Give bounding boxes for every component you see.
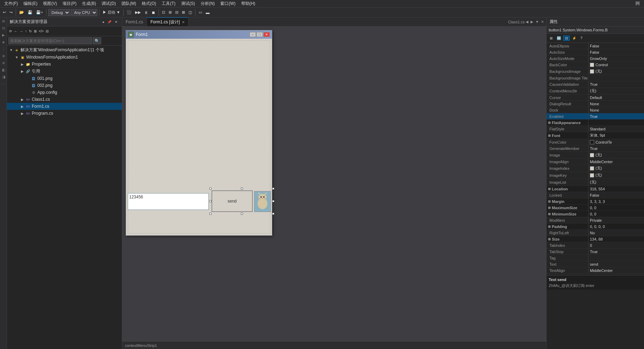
toolbar-window2[interactable]: ▬ — [204, 10, 211, 15]
prop-value-dialogresult[interactable]: None — [589, 101, 644, 107]
tree-item-properties[interactable]: ▶ 📁 Properties — [7, 61, 122, 68]
tree-item-form1[interactable]: ▶ C# Form1.cs — [7, 103, 122, 110]
handle-bm[interactable] — [241, 213, 243, 215]
handle-br[interactable] — [272, 213, 274, 215]
prop-value-margin[interactable]: 3, 3, 3, 3 — [589, 198, 644, 204]
tree-toggle-program[interactable]: ▶ — [20, 112, 25, 115]
prop-value-bgimagelayout[interactable] — [589, 75, 644, 81]
prop-value-autosize[interactable]: False — [589, 49, 644, 55]
menu-tools[interactable]: 工具(T) — [159, 0, 178, 7]
tree-item-img1[interactable]: 🖼 001.png — [7, 75, 122, 82]
prop-value-dock[interactable]: None — [589, 107, 644, 113]
explorer-tb-forward[interactable]: → — [19, 29, 24, 34]
debug-config-select[interactable]: Debug — [48, 9, 70, 16]
prop-value-righttoleft[interactable]: No — [589, 230, 644, 236]
left-edge-btn1[interactable]: ⊞ — [0, 17, 7, 24]
tab-class1[interactable]: Class1.cs — [508, 20, 525, 24]
props-tb-alphabetical[interactable]: 🔤 — [555, 36, 563, 41]
props-tb-properties[interactable]: ⊟ — [563, 36, 570, 41]
explorer-search-input[interactable] — [8, 37, 92, 44]
picturebox-control[interactable] — [254, 191, 271, 212]
left-edge-btn10[interactable]: ⋯ — [0, 80, 7, 87]
prop-value-modifiers[interactable]: Private — [589, 217, 644, 223]
tree-item-img2[interactable]: 🖼 002.png — [7, 82, 122, 89]
tree-toggle-solution[interactable]: ▼ — [8, 48, 14, 52]
maxsize-expand[interactable]: ⊞ — [548, 206, 551, 210]
prop-value-bgimage[interactable]: ⬚ (无) — [589, 68, 644, 75]
toolbar-save-btn[interactable]: 💾 — [26, 9, 34, 15]
left-edge-btn9[interactable]: ◨ — [0, 73, 7, 80]
explorer-tb-filter[interactable]: ⊞ — [33, 29, 37, 34]
prop-value-forecolor[interactable]: ControlTe — [589, 139, 644, 145]
toolbar-layout4[interactable]: ⊠ — [180, 9, 186, 15]
toolbar-extra4[interactable]: ⏹ — [150, 10, 157, 15]
handle-tl[interactable] — [209, 188, 212, 190]
toolbar-layout5[interactable]: ◫ — [187, 9, 193, 15]
tab-form1-cs[interactable]: Form1.cs — [122, 17, 147, 26]
toolbar-layout1[interactable]: ⊡ — [161, 9, 166, 15]
toolbar-extra3[interactable]: ⏸ — [143, 10, 149, 15]
prop-value-imageindex[interactable]: ⬚ (无) — [589, 165, 644, 172]
start-button[interactable]: ▶ 启动 ▼ — [101, 9, 121, 16]
left-edge-btn3[interactable]: ▶ — [0, 31, 7, 38]
menu-format[interactable]: 格式(O) — [139, 0, 159, 7]
prop-value-size[interactable]: 134, 68 — [589, 236, 644, 242]
menu-window[interactable]: 窗口(W) — [217, 0, 238, 7]
tree-item-solution[interactable]: ▼ ◈ 解决方案'WindowsFormsApplication1'(1 个项 — [7, 46, 122, 54]
tree-item-project[interactable]: ▼ ▣ WindowsFormsApplication1 — [7, 54, 122, 61]
handle-tm[interactable] — [241, 188, 243, 190]
explorer-tb-back[interactable]: ← — [13, 29, 18, 34]
toolbar-layout3[interactable]: ⊟ — [174, 9, 180, 15]
tab-close-all[interactable]: ✕ — [540, 20, 545, 24]
prop-value-imagealign[interactable]: MiddleCenter — [589, 159, 644, 165]
flatapp-expand[interactable]: ⊞ — [548, 121, 551, 124]
menu-analyze[interactable]: 分析(N) — [198, 0, 218, 7]
prop-value-imagekey[interactable]: ⬚ (无) — [589, 172, 644, 179]
prop-value-causesvalidation[interactable]: True — [589, 81, 644, 87]
tree-toggle-props[interactable]: ▶ — [20, 62, 25, 66]
handle-tr[interactable] — [272, 188, 274, 190]
prop-value-tabstop[interactable]: True — [589, 249, 644, 255]
left-edge-btn2[interactable]: ⊟ — [0, 24, 7, 31]
left-edge-btn8[interactable]: ◧ — [0, 66, 7, 73]
form-minimize-btn[interactable]: ─ — [250, 32, 256, 37]
left-edge-btn5[interactable]: ⋮ — [0, 45, 7, 52]
explorer-tb-refresh[interactable]: ↻ — [28, 29, 32, 34]
font-expand[interactable]: ⊞ — [548, 134, 551, 137]
menu-build[interactable]: 生成(B) — [79, 0, 99, 7]
design-area[interactable]: ▣ Form1 ─ □ ✕ — [122, 26, 546, 341]
tree-item-program[interactable]: ▶ C# Program.cs — [7, 110, 122, 117]
textbox-control[interactable]: 123456 — [128, 193, 209, 210]
prop-value-locked[interactable]: False — [589, 192, 644, 198]
menu-edit[interactable]: 编辑(E) — [21, 0, 40, 7]
prop-value-backcolor[interactable]: Control — [589, 62, 644, 68]
form-close-btn[interactable]: ✕ — [264, 32, 270, 37]
menu-team[interactable]: 团队(M) — [119, 0, 139, 7]
left-edge-btn6[interactable]: ⊕ — [0, 52, 7, 59]
toolbar-open-btn[interactable]: 📂 — [18, 9, 25, 15]
explorer-collapse-btn[interactable]: ◂ — [101, 20, 105, 24]
explorer-tb-sync[interactable]: ⟳ — [8, 29, 13, 34]
menu-file[interactable]: 文件(F) — [1, 0, 21, 7]
toolbar-extra2[interactable]: ▶▶ — [134, 9, 142, 15]
tree-toggle-class1[interactable]: ▶ — [20, 98, 25, 101]
prop-value-flatstyle[interactable]: Standard — [589, 126, 644, 132]
menu-debug[interactable]: 调试(D) — [99, 0, 119, 7]
tree-toggle-form1[interactable]: ▶ — [20, 105, 25, 108]
explorer-tb-code[interactable]: </> — [38, 29, 44, 34]
toolbar-undo-btn[interactable]: ↩ — [1, 9, 7, 15]
prop-value-text[interactable]: send — [589, 261, 644, 267]
form-maximize-btn[interactable]: □ — [257, 32, 263, 37]
explorer-search-btn[interactable]: 🔍 — [93, 37, 101, 44]
platform-select[interactable]: Any CPU — [71, 9, 97, 16]
prop-value-font[interactable]: 宋体, 9pt — [589, 132, 644, 139]
prop-value-padding[interactable]: 0, 0, 0, 0 — [589, 223, 644, 229]
prop-value-cursor[interactable]: Default — [589, 94, 644, 100]
prop-value-maxsize[interactable]: 0, 0 — [589, 205, 644, 211]
tree-item-appconfig[interactable]: ⚙ App.config — [7, 89, 122, 96]
handle-mr[interactable] — [272, 200, 274, 202]
prop-value-generatemember[interactable]: True — [589, 145, 644, 151]
margin-expand[interactable]: ⊞ — [548, 200, 551, 203]
explorer-tb-up[interactable]: ↑ — [24, 29, 28, 34]
menu-project[interactable]: 项目(P) — [60, 0, 79, 7]
